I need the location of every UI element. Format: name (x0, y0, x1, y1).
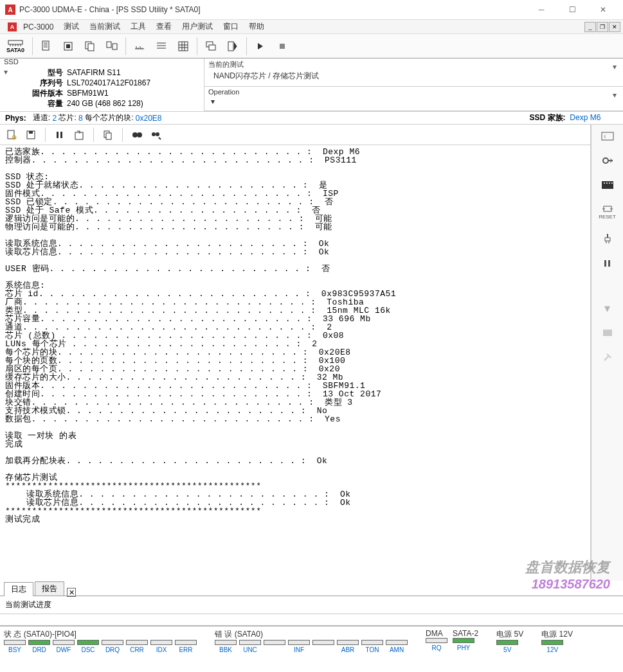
side-chip2-button[interactable] (599, 325, 617, 340)
lt-new-button[interactable]: ✦ (4, 127, 19, 143)
svg-point-40 (152, 132, 156, 136)
led-box (175, 640, 197, 645)
close-button[interactable]: ✕ (588, 0, 618, 19)
tb-windows-button[interactable] (201, 37, 221, 56)
board-icon (600, 180, 615, 190)
stop-icon (278, 42, 287, 51)
menu-test[interactable]: 测试 (59, 20, 84, 33)
log-area: ✦ 已选家族. . . . . . . . . . . . . . . . . … (0, 125, 591, 581)
menu-current-test[interactable]: 当前测试 (84, 20, 125, 33)
side-board-button[interactable] (599, 177, 617, 193)
side-power-button[interactable] (599, 231, 617, 247)
led-label: UNC (243, 646, 257, 653)
lt-copy-button[interactable] (100, 127, 116, 143)
led-label: DRQ (105, 646, 120, 653)
led-label: BSY (8, 646, 21, 653)
mdi-restore-button[interactable]: ❐ (597, 22, 608, 32)
tools-icon (602, 351, 613, 363)
led-label: ABR (341, 646, 355, 653)
tb-grid-button[interactable] (174, 37, 193, 56)
tb-copy-button[interactable] (80, 37, 100, 56)
phys-label: Phys: (5, 114, 26, 123)
led-box (312, 640, 334, 645)
tb-ruler-button[interactable] (130, 37, 149, 56)
tb-document-button[interactable] (37, 37, 56, 56)
save-as-icon (73, 129, 85, 141)
led-BBK: BBK (215, 640, 237, 653)
led-label: DRD (32, 646, 46, 653)
led-INF: INF (288, 640, 310, 653)
tab-report[interactable]: 报告 (35, 581, 64, 596)
tb-chip-button[interactable] (59, 37, 78, 56)
lt-save-button[interactable] (23, 127, 39, 143)
menu-app-icon: A (8, 22, 17, 31)
led-DSC: DSC (77, 640, 99, 653)
svg-point-49 (611, 182, 613, 184)
menu-user-test[interactable]: 用户测试 (177, 20, 218, 33)
led-label: 12V (546, 646, 558, 653)
tab-log[interactable]: 日志 (4, 582, 33, 596)
led-blank (264, 640, 285, 653)
menu-window[interactable]: 窗口 (218, 20, 244, 33)
status-hdr-1: 状 态 (SATA0)-[PIO4] (4, 629, 197, 640)
tb-stop-button[interactable] (273, 37, 292, 56)
led-ABR: ABR (337, 640, 359, 653)
side-reset-button[interactable]: RESET (599, 202, 617, 222)
svg-rect-6 (66, 44, 70, 48)
led-label: TON (366, 646, 379, 653)
ssd-info-panel: SSD ▾ 型号SATAFIRM S11 序列号LSL7024017A12F01… (0, 58, 204, 111)
side-tools-button[interactable] (599, 349, 617, 365)
led-box (264, 640, 285, 645)
led-box (496, 640, 518, 645)
status-group-2: 错 误 (SATA0) BBKUNCINFABRTONAMN (215, 629, 408, 653)
side-pause-icon (603, 259, 612, 268)
reset-icon (601, 205, 614, 214)
status-hdr-3: DMA (426, 629, 447, 638)
led-box (53, 640, 75, 645)
lt-save-as-button[interactable] (71, 127, 87, 143)
led-label: RQ (432, 644, 442, 651)
svg-rect-59 (603, 330, 612, 336)
pin-icon (601, 154, 614, 167)
led-IDX: IDX (150, 640, 172, 653)
menu-view[interactable]: 查看 (151, 20, 177, 33)
operation-dropdown[interactable]: ▾ (613, 91, 617, 100)
mdi-minimize-button[interactable]: _ (584, 22, 596, 32)
minimize-button[interactable]: ─ (527, 0, 556, 19)
tb-compare-button[interactable] (102, 37, 122, 56)
sata-port-button[interactable]: SATA0 (3, 37, 28, 56)
lt-find-button[interactable] (129, 127, 145, 143)
led-PHY: PHY (453, 638, 474, 651)
svg-rect-54 (605, 238, 610, 241)
side-pause-button[interactable] (599, 256, 617, 271)
menu-tools[interactable]: 工具 (125, 20, 151, 33)
svg-rect-35 (75, 132, 83, 139)
title-bar: A PC-3000 UDMA-E - China - [PS SSD Utili… (0, 0, 623, 20)
side-pin-button[interactable] (599, 153, 617, 168)
menu-app[interactable]: A PC-3000 (3, 21, 59, 33)
mdi-close-button[interactable]: ✕ (609, 22, 620, 32)
side-chip-button[interactable]: i (599, 128, 617, 144)
svg-text:✦: ✦ (13, 136, 17, 140)
play-icon (256, 42, 265, 51)
reset-label: RESET (599, 214, 616, 220)
lt-pause-button[interactable] (52, 127, 68, 143)
lt-find-next-button[interactable] (149, 127, 164, 143)
chips-value: 8 (78, 114, 83, 123)
copy-icon (84, 40, 96, 53)
tab-close-button[interactable]: ✕ (67, 588, 76, 597)
chip-top-icon: i (600, 131, 615, 141)
log-content[interactable]: 已选家族. . . . . . . . . . . . . . . . . . … (0, 145, 590, 581)
current-test-dropdown[interactable]: ▾ (613, 62, 617, 71)
tb-play-button[interactable] (251, 37, 270, 56)
ssd-dropdown-arrow[interactable]: ▾ (4, 67, 8, 76)
status-hdr-6: 电源 12V (541, 629, 573, 640)
led-DRQ: DRQ (102, 640, 123, 653)
list-icon (155, 40, 168, 53)
tb-exit-button[interactable] (223, 37, 242, 56)
menu-help[interactable]: 帮助 (244, 20, 269, 33)
tb-list-button[interactable] (152, 37, 171, 56)
status-group-6: 电源 12V 12V (541, 629, 573, 653)
maximize-button[interactable]: ☐ (557, 0, 587, 19)
side-down-button[interactable]: ▾ (599, 301, 617, 316)
